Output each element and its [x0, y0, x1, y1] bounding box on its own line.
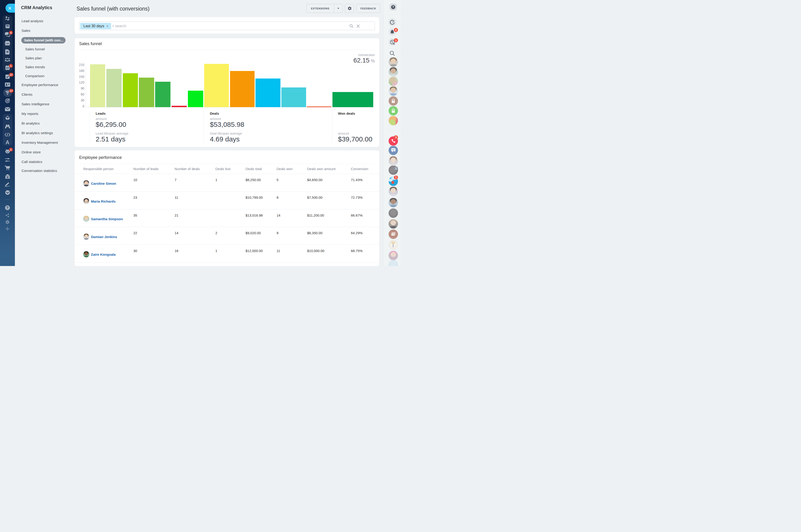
svg-text:?: ?	[6, 206, 8, 209]
